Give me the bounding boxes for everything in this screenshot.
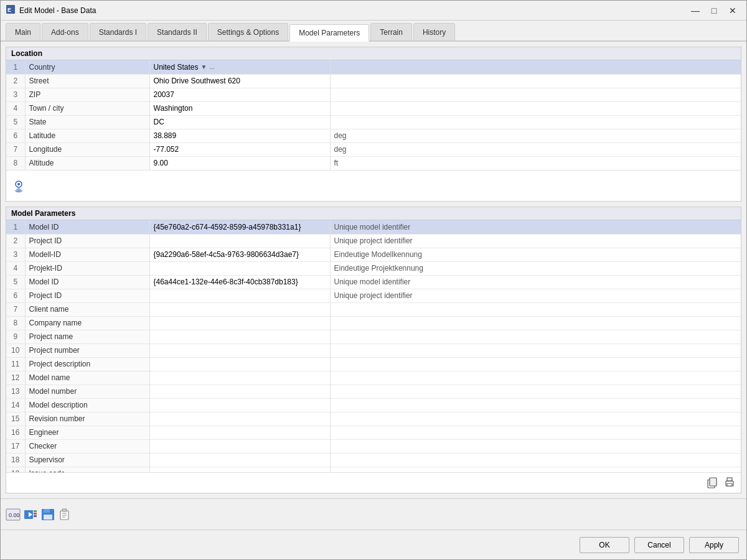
model-parameters-header: Model Parameters xyxy=(6,207,741,220)
field-name: Country xyxy=(25,60,149,74)
param-row: 9 Project name xyxy=(6,330,741,343)
dropdown-arrow-icon[interactable]: ▼ xyxy=(201,63,207,70)
param-value-cell[interactable]: {9a2290a6-58ef-4c5a-9763-9806634d3ae7} xyxy=(149,248,330,261)
print-table-icon[interactable] xyxy=(722,475,737,490)
row-number: 8 xyxy=(6,316,25,330)
tab-addons[interactable]: Add-ons xyxy=(42,23,88,40)
tab-standards-i[interactable]: Standards I xyxy=(90,23,146,40)
row-number: 4 xyxy=(6,261,25,275)
param-value-cell[interactable] xyxy=(149,371,330,385)
location-row: 5 State DC xyxy=(6,115,741,129)
location-value-cell[interactable]: -77.052 xyxy=(149,142,330,156)
svg-rect-18 xyxy=(44,509,50,513)
param-value-cell[interactable] xyxy=(149,289,330,302)
location-map-icon[interactable] xyxy=(11,179,26,194)
location-value-cell[interactable]: DC xyxy=(149,115,330,129)
param-value-cell[interactable]: {46a44ce1-132e-44e6-8c3f-40cb387db183} xyxy=(149,275,330,289)
param-value-cell[interactable] xyxy=(149,357,330,371)
tab-terrain[interactable]: Terrain xyxy=(370,23,412,40)
location-value-cell[interactable]: 9.00 xyxy=(149,156,330,170)
field-name: Model name xyxy=(25,371,149,385)
param-description xyxy=(330,371,741,385)
bottom-toolbar: 0.00 xyxy=(1,498,746,530)
field-name: Engineer xyxy=(25,426,149,439)
row-number: 6 xyxy=(6,289,25,302)
param-value-cell[interactable] xyxy=(149,343,330,357)
row-number: 2 xyxy=(6,234,25,248)
load-icon[interactable] xyxy=(23,507,38,522)
field-name: Model ID xyxy=(25,220,149,234)
param-value-cell[interactable] xyxy=(149,385,330,398)
svg-rect-15 xyxy=(34,513,37,515)
location-table: 1 Country United States ▼ ... 2 Street O… xyxy=(6,60,741,170)
tab-history[interactable]: History xyxy=(413,23,455,40)
tabs-bar: Main Add-ons Standards I Standards II Se… xyxy=(1,21,746,42)
location-value-cell[interactable]: United States ▼ ... xyxy=(149,60,330,74)
location-row: 2 Street Ohio Drive Southwest 620 xyxy=(6,74,741,88)
field-name: Model number xyxy=(25,385,149,398)
cancel-button[interactable]: Cancel xyxy=(634,537,684,553)
param-row: 5 Model ID {46a44ce1-132e-44e6-8c3f-40cb… xyxy=(6,275,741,289)
param-row: 6 Project ID Unique project identifier xyxy=(6,289,741,302)
save-icon[interactable] xyxy=(40,507,55,522)
field-name: Revision number xyxy=(25,412,149,426)
copy-table-icon[interactable] xyxy=(705,475,720,490)
svg-rect-16 xyxy=(34,515,37,517)
model-parameters-table: 1 Model ID {45e760a2-c674-4592-8599-a459… xyxy=(6,220,741,472)
param-description xyxy=(330,426,741,439)
svg-rect-14 xyxy=(34,510,37,512)
country-value: United States xyxy=(154,63,199,72)
param-value-cell[interactable] xyxy=(149,467,330,472)
tab-main[interactable]: Main xyxy=(6,23,40,40)
field-name: Project description xyxy=(25,357,149,371)
param-value-cell[interactable] xyxy=(149,316,330,330)
clipboard-icon[interactable] xyxy=(58,507,73,522)
param-value-cell[interactable] xyxy=(149,234,330,248)
field-name: Modell-ID xyxy=(25,248,149,261)
location-value-cell[interactable]: Washington xyxy=(149,101,330,115)
param-value-cell[interactable] xyxy=(149,453,330,467)
field-unit: ft xyxy=(330,156,741,170)
param-value-cell[interactable] xyxy=(149,412,330,426)
param-value-cell[interactable] xyxy=(149,439,330,453)
maximize-button[interactable]: □ xyxy=(705,4,723,17)
param-value-cell[interactable] xyxy=(149,398,330,412)
location-row: 8 Altitude 9.00 ft xyxy=(6,156,741,170)
ok-button[interactable]: OK xyxy=(580,537,629,553)
param-description xyxy=(330,302,741,316)
field-unit: deg xyxy=(330,129,741,142)
window-title: Edit Model - Base Data xyxy=(19,6,96,15)
row-number: 17 xyxy=(6,439,25,453)
row-number: 18 xyxy=(6,453,25,467)
close-button[interactable]: ✕ xyxy=(724,4,741,17)
browse-button[interactable]: ... xyxy=(209,63,214,70)
location-value-cell[interactable]: 20037 xyxy=(149,88,330,101)
row-number: 1 xyxy=(6,220,25,234)
field-name: Model description xyxy=(25,398,149,412)
param-value-cell[interactable] xyxy=(149,302,330,316)
field-unit xyxy=(330,88,741,101)
tab-standards-ii[interactable]: Standards II xyxy=(148,23,207,40)
apply-button[interactable]: Apply xyxy=(689,537,739,553)
param-value-cell[interactable] xyxy=(149,330,330,343)
tab-settings-options[interactable]: Settings & Options xyxy=(208,23,288,40)
param-value-cell[interactable]: {45e760a2-c674-4592-8599-a45978b331a1} xyxy=(149,220,330,234)
param-description: Unique project identifier xyxy=(330,289,741,302)
param-value-cell[interactable] xyxy=(149,426,330,439)
param-description: Eindeutige Modellkennung xyxy=(330,248,741,261)
row-number: 8 xyxy=(6,156,25,170)
tab-model-parameters[interactable]: Model Parameters xyxy=(289,24,369,42)
param-row: 3 Modell-ID {9a2290a6-58ef-4c5a-9763-980… xyxy=(6,248,741,261)
param-description xyxy=(330,439,741,453)
param-row: 11 Project description xyxy=(6,357,741,371)
location-value-cell[interactable]: Ohio Drive Southwest 620 xyxy=(149,74,330,88)
counter-icon[interactable]: 0.00 xyxy=(6,507,21,522)
field-name: Project ID xyxy=(25,234,149,248)
svg-rect-9 xyxy=(727,483,732,486)
param-description: Eindeutige Projektkennung xyxy=(330,261,741,275)
location-value-cell[interactable]: 38.889 xyxy=(149,129,330,142)
field-name: Company name xyxy=(25,316,149,330)
param-value-cell[interactable] xyxy=(149,261,330,275)
minimize-button[interactable]: ― xyxy=(687,4,704,17)
row-number: 16 xyxy=(6,426,25,439)
